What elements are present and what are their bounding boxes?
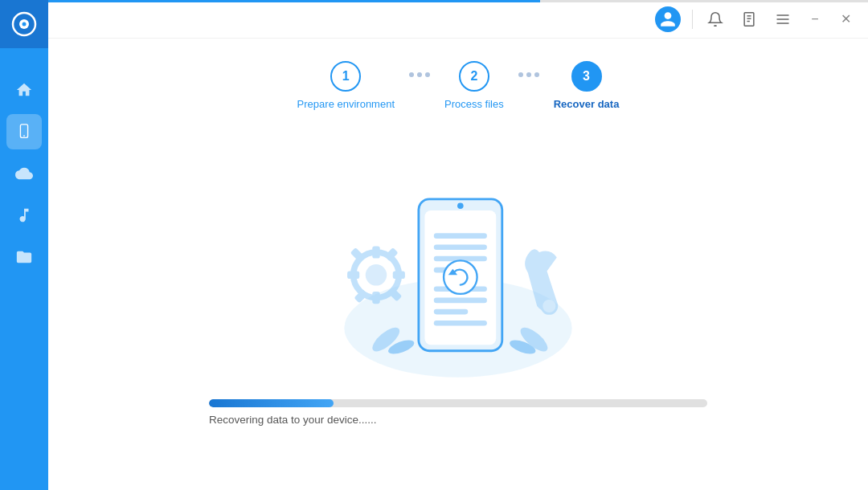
topbar-divider xyxy=(692,10,693,29)
svg-rect-38 xyxy=(434,321,487,326)
topbar: − ✕ xyxy=(48,0,868,39)
step-2: 2 Process files xyxy=(444,61,504,110)
notification-icon[interactable] xyxy=(704,8,727,31)
svg-rect-5 xyxy=(744,12,754,26)
step-2-label: Process files xyxy=(444,98,504,110)
svg-point-14 xyxy=(366,264,387,285)
app-logo[interactable] xyxy=(0,0,48,48)
svg-rect-36 xyxy=(434,298,487,304)
step-3-circle: 3 xyxy=(571,61,602,92)
svg-rect-17 xyxy=(393,272,405,279)
sidebar-item-music[interactable] xyxy=(6,198,42,233)
svg-rect-15 xyxy=(372,246,379,258)
topbar-progress-track xyxy=(48,0,868,2)
svg-point-4 xyxy=(23,135,25,137)
step-dots-1 xyxy=(409,72,430,77)
svg-rect-32 xyxy=(434,245,487,251)
close-button[interactable]: ✕ xyxy=(836,10,855,29)
svg-rect-31 xyxy=(434,233,487,239)
svg-rect-18 xyxy=(347,272,359,279)
progress-bar-fill xyxy=(209,399,334,407)
svg-rect-37 xyxy=(434,309,469,315)
svg-point-2 xyxy=(23,22,27,27)
step-3-label: Recover data xyxy=(554,98,620,110)
progress-status-text: Recovering data to your device...... xyxy=(209,414,377,426)
sidebar-item-files[interactable] xyxy=(6,239,42,275)
illustration xyxy=(321,174,595,383)
main-content: − ✕ 1 Prepare environment 2 Process file… xyxy=(48,0,868,490)
step-3: 3 Recover data xyxy=(554,61,620,110)
sidebar-nav xyxy=(0,72,48,275)
illustration-area: Recovering data to your device...... xyxy=(48,126,868,490)
steps-container: 1 Prepare environment 2 Process files 3 xyxy=(48,39,868,126)
step-1-label: Prepare environment xyxy=(297,98,395,110)
menu-icon[interactable] xyxy=(772,8,794,31)
minimize-button[interactable]: − xyxy=(805,10,825,29)
sidebar-item-cloud[interactable] xyxy=(6,156,42,191)
user-avatar[interactable] xyxy=(655,6,681,32)
svg-point-23 xyxy=(542,299,557,314)
progress-bar-track xyxy=(209,399,707,407)
svg-point-30 xyxy=(457,203,464,210)
document-icon[interactable] xyxy=(738,8,760,31)
step-1: 1 Prepare environment xyxy=(297,61,395,110)
topbar-progress-bar xyxy=(48,0,540,2)
step-dots-2 xyxy=(518,72,539,77)
step-1-circle: 1 xyxy=(330,61,361,92)
svg-point-39 xyxy=(444,260,477,294)
sidebar-item-device[interactable] xyxy=(6,114,42,149)
svg-rect-16 xyxy=(372,292,379,304)
progress-section: Recovering data to your device...... xyxy=(209,399,707,426)
sidebar xyxy=(0,0,48,490)
step-2-circle: 2 xyxy=(459,61,489,92)
sidebar-item-home[interactable] xyxy=(6,72,42,108)
